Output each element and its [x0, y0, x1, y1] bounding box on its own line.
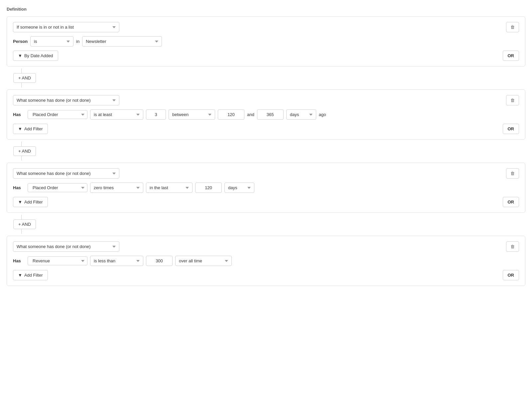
block3-or-button[interactable]: OR — [503, 197, 519, 207]
block3-placed-order-select[interactable]: Placed Order — [28, 183, 87, 192]
block2-main-select[interactable]: What someone has done (or not done) — [13, 95, 119, 105]
and-button-2[interactable]: + AND — [13, 146, 36, 156]
trash-icon: 🗑 — [510, 98, 515, 103]
condition-block-1: If someone is in or not in a list 🗑 Pers… — [7, 16, 525, 66]
has-label-2: Has — [13, 112, 25, 117]
block3-condition-select[interactable]: zero times — [90, 183, 143, 193]
block2-from-input[interactable] — [218, 109, 244, 120]
block3-days-select[interactable]: days — [224, 183, 254, 193]
block4-amount-input[interactable] — [146, 256, 173, 266]
in-text: in — [76, 39, 79, 44]
block2-time-type-select[interactable]: between — [169, 109, 215, 120]
block1-newsletter-select[interactable]: Newsletter — [82, 36, 162, 47]
and-section-2: + AND — [13, 142, 525, 161]
block2-placed-order-label: Placed Order — [33, 112, 58, 117]
block2-placed-order-select[interactable]: Placed Order — [28, 110, 87, 119]
block4-or-button[interactable]: OR — [503, 270, 519, 280]
filter-icon: ▼ — [18, 53, 22, 58]
block1-filter-button[interactable]: ▼ By Date Added — [13, 51, 58, 61]
ago-text: ago — [319, 112, 326, 117]
block1-delete-button[interactable]: 🗑 — [506, 22, 519, 32]
page-title: Definition — [7, 7, 525, 12]
block3-filter-button[interactable]: ▼ Add Filter — [13, 197, 48, 207]
block2-to-input[interactable] — [257, 109, 284, 120]
condition-block-2: What someone has done (or not done) 🗑 Ha… — [7, 89, 525, 140]
block4-over-select[interactable]: over all time — [175, 256, 232, 266]
block4-revenue-label: Revenue — [33, 258, 50, 263]
block4-main-select[interactable]: What someone has done (or not done) — [13, 241, 119, 252]
filter-icon-3: ▼ — [18, 199, 22, 204]
condition-block-4: What someone has done (or not done) 🗑 Ha… — [7, 236, 525, 286]
block4-condition-select[interactable]: is less than — [90, 256, 143, 266]
condition-block-3: What someone has done (or not done) 🗑 Ha… — [7, 163, 525, 213]
block3-main-select[interactable]: What someone has done (or not done) — [13, 168, 119, 179]
block1-main-select[interactable]: If someone is in or not in a list — [13, 22, 119, 32]
and-text-2: and — [247, 112, 254, 117]
block2-or-button[interactable]: OR — [503, 124, 519, 134]
block1-person-is-select[interactable]: is — [30, 36, 73, 47]
block3-days-input[interactable] — [195, 183, 222, 193]
trash-icon-4: 🗑 — [510, 244, 515, 249]
has-label-3: Has — [13, 185, 25, 190]
block2-delete-button[interactable]: 🗑 — [506, 95, 519, 105]
block3-delete-button[interactable]: 🗑 — [506, 168, 519, 179]
filter-icon-2: ▼ — [18, 126, 22, 131]
block4-revenue-select[interactable]: Revenue — [28, 256, 87, 265]
block3-time-type-select[interactable]: in the last — [146, 183, 193, 193]
person-label: Person — [13, 39, 28, 44]
block4-filter-button[interactable]: ▼ Add Filter — [13, 270, 48, 280]
block2-days-select[interactable]: days — [286, 109, 316, 120]
trash-icon-3: 🗑 — [510, 171, 515, 176]
block2-count-input[interactable] — [146, 109, 166, 120]
block4-delete-button[interactable]: 🗑 — [506, 241, 519, 252]
has-label-4: Has — [13, 258, 25, 263]
and-button-3[interactable]: + AND — [13, 219, 36, 229]
filter-icon-4: ▼ — [18, 273, 22, 278]
block1-or-button[interactable]: OR — [503, 51, 519, 61]
block3-placed-order-label: Placed Order — [33, 185, 58, 190]
and-section-3: + AND — [13, 215, 525, 234]
trash-icon: 🗑 — [510, 25, 515, 30]
and-button-1[interactable]: + AND — [13, 73, 36, 83]
block2-filter-button[interactable]: ▼ Add Filter — [13, 124, 48, 134]
and-section-1: + AND — [13, 68, 525, 87]
block2-condition-select[interactable]: is at least — [90, 109, 143, 120]
